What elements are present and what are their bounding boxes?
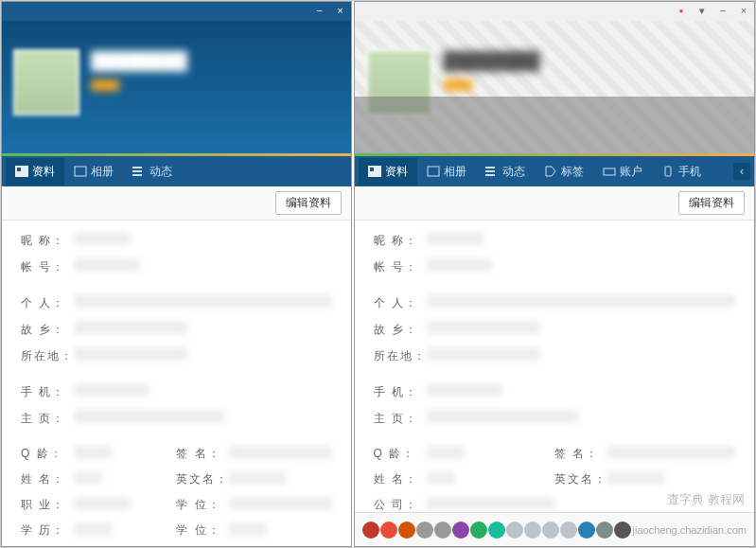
status-icon[interactable] bbox=[488, 521, 505, 539]
tab-profile[interactable]: 资料 bbox=[359, 158, 417, 186]
field-value bbox=[427, 446, 465, 459]
tab-label: 资料 bbox=[32, 164, 55, 180]
field-row: 昵 称 bbox=[374, 232, 735, 249]
window-controls: ● ▾ − × bbox=[675, 4, 750, 17]
tag-icon bbox=[544, 166, 557, 177]
status-icon[interactable] bbox=[416, 521, 433, 539]
status-icon[interactable] bbox=[506, 521, 523, 539]
svg-rect-5 bbox=[132, 174, 142, 176]
edit-profile-button[interactable]: 编辑资料 bbox=[275, 191, 342, 215]
status-icon[interactable] bbox=[524, 521, 541, 539]
field-label: Q 龄 bbox=[21, 446, 74, 462]
field-label: 手 机 bbox=[374, 383, 427, 400]
tabbar: 资料 相册 动态 标签 账户 手机 ‹ bbox=[355, 156, 754, 186]
user-nickname: ████████ bbox=[444, 51, 540, 71]
field-value bbox=[74, 321, 187, 334]
svg-rect-2 bbox=[75, 167, 86, 176]
field-value bbox=[427, 410, 578, 423]
edit-profile-button[interactable]: 编辑资料 bbox=[678, 191, 745, 215]
tab-profile[interactable]: 资料 bbox=[6, 158, 64, 186]
svg-rect-13 bbox=[665, 167, 671, 176]
field-label: Q 龄 bbox=[374, 446, 427, 462]
status-icon[interactable] bbox=[398, 521, 415, 539]
avatar[interactable] bbox=[366, 49, 432, 115]
minimize-button[interactable]: − bbox=[313, 4, 326, 17]
field-row: 所在地 bbox=[374, 347, 735, 364]
bottom-icon-bar: jiaocheng.chazidian.com bbox=[355, 512, 754, 546]
svg-rect-9 bbox=[485, 167, 495, 168]
field-label: 签 名 bbox=[176, 446, 229, 462]
tab-account[interactable]: 账户 bbox=[593, 158, 652, 186]
field-value bbox=[74, 522, 112, 536]
watermark: 查字典 教程网 bbox=[667, 491, 745, 508]
feed-icon bbox=[485, 166, 499, 177]
status-icon[interactable] bbox=[434, 521, 451, 539]
toolbar: 编辑资料 bbox=[2, 186, 351, 221]
close-button[interactable]: × bbox=[334, 4, 347, 17]
field-value bbox=[427, 497, 554, 510]
field-label: 昵 称 bbox=[374, 232, 427, 249]
window-left: − × ████████ 资料 相册 动态 编辑资料 昵 称 帐 号 个 人 故… bbox=[1, 1, 352, 547]
field-row: 手 机 bbox=[21, 383, 332, 400]
avatar[interactable] bbox=[13, 49, 79, 115]
field-value bbox=[74, 383, 149, 397]
tabbar: 资料 相册 动态 bbox=[2, 156, 351, 186]
status-icon[interactable] bbox=[596, 521, 613, 539]
field-row2: Q 龄签 名 bbox=[374, 446, 735, 462]
tab-feed[interactable]: 动态 bbox=[476, 158, 535, 186]
svg-rect-10 bbox=[485, 170, 495, 172]
tab-overflow-button[interactable]: ‹ bbox=[733, 163, 750, 180]
field-value bbox=[229, 471, 286, 485]
field-row: 昵 称 bbox=[21, 232, 332, 249]
field-value bbox=[607, 471, 664, 485]
profile-content: 昵 称 帐 号 个 人 故 乡 所在地 手 机 主 页 Q 龄签 名 姓 名英文… bbox=[355, 221, 754, 512]
svg-rect-7 bbox=[370, 168, 374, 171]
field-label: 主 页 bbox=[21, 410, 74, 427]
field-value bbox=[74, 497, 131, 510]
tab-album[interactable]: 相册 bbox=[64, 158, 123, 186]
field-label: 所在地 bbox=[374, 347, 427, 364]
wallet-icon bbox=[603, 166, 616, 177]
window-right: ● ▾ − × ████████ 资料 相册 动态 标签 账户 bbox=[354, 1, 755, 547]
status-icon[interactable] bbox=[470, 521, 487, 539]
field-label: 所在地 bbox=[21, 347, 74, 364]
album-icon bbox=[74, 166, 87, 177]
field-row: 帐 号 bbox=[21, 258, 332, 275]
tab-album[interactable]: 相册 bbox=[417, 158, 476, 186]
dropdown-icon[interactable]: ▾ bbox=[695, 4, 709, 17]
status-icon[interactable] bbox=[560, 521, 577, 539]
field-value bbox=[229, 497, 331, 510]
field-label: 故 乡 bbox=[21, 321, 74, 338]
field-label: 个 人 bbox=[21, 294, 74, 311]
close-button[interactable]: × bbox=[737, 4, 750, 17]
status-icon[interactable] bbox=[452, 521, 469, 539]
field-value bbox=[74, 446, 112, 459]
tab-label: 相册 bbox=[91, 164, 114, 180]
field-row: 主 页 bbox=[21, 410, 332, 427]
status-icon[interactable] bbox=[362, 521, 379, 539]
status-icon[interactable] bbox=[380, 521, 397, 539]
field-row2: 姓 名英文名 bbox=[21, 471, 332, 487]
minimize-button[interactable]: − bbox=[716, 4, 730, 17]
svg-rect-8 bbox=[428, 167, 439, 176]
user-meta bbox=[91, 78, 280, 115]
field-value bbox=[427, 321, 540, 334]
field-row: 个 人 bbox=[374, 294, 735, 311]
profile-header: ████████ bbox=[355, 21, 754, 153]
notification-icon[interactable]: ● bbox=[675, 4, 688, 17]
status-icon[interactable] bbox=[542, 521, 559, 539]
status-icon[interactable] bbox=[578, 521, 595, 539]
tab-feed[interactable]: 动态 bbox=[123, 158, 182, 186]
field-row: 个 人 bbox=[21, 294, 332, 311]
tab-tags[interactable]: 标签 bbox=[535, 158, 593, 186]
tab-phone[interactable]: 手机 bbox=[652, 158, 711, 186]
status-icon[interactable] bbox=[614, 521, 631, 539]
field-value bbox=[74, 258, 140, 272]
svg-rect-1 bbox=[17, 168, 21, 171]
svg-rect-4 bbox=[132, 170, 142, 172]
tab-label: 账户 bbox=[620, 164, 642, 180]
phone-icon bbox=[661, 166, 675, 177]
svg-rect-3 bbox=[132, 167, 142, 168]
tab-label: 动态 bbox=[502, 164, 525, 180]
field-label: 故 乡 bbox=[374, 321, 427, 338]
